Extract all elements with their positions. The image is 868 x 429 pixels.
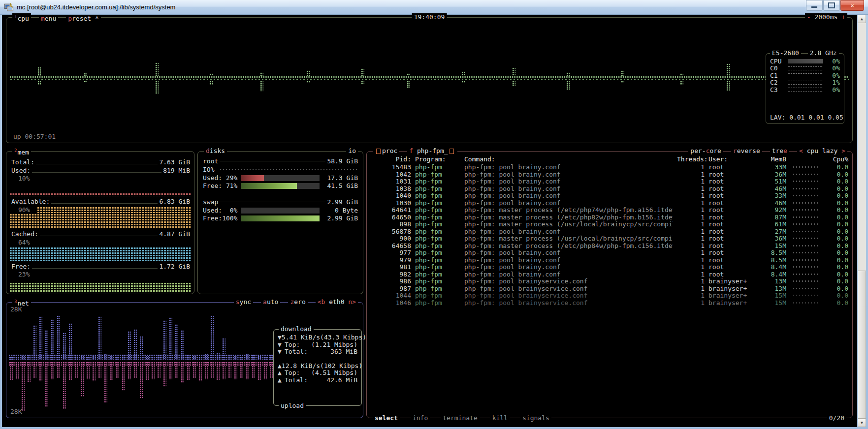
graph-spike bbox=[155, 62, 159, 76]
net-scale-top: 28K bbox=[10, 306, 22, 313]
process-row[interactable]: 898php-fpmphp-fpm: master process (/usr/… bbox=[367, 220, 852, 228]
minimize-button[interactable] bbox=[806, 0, 823, 11]
process-row[interactable]: 979php-fpmphp-fpm: pool brainy.conf1root… bbox=[367, 256, 852, 264]
io-mode-button[interactable]: io bbox=[346, 147, 358, 154]
titlebar[interactable]: mc [root@ub24.itdeveloper.com.ua]:/lib/s… bbox=[0, 0, 868, 15]
process-row[interactable]: 1046php-fpmphp-fpm: pool brainyservice.c… bbox=[367, 299, 852, 306]
graph-spike bbox=[181, 362, 184, 383]
mem-free-graph bbox=[9, 282, 191, 292]
core-usage-graph bbox=[788, 81, 823, 85]
close-button[interactable]: ✕ bbox=[840, 0, 864, 11]
scrollbar-thumb[interactable] bbox=[858, 271, 866, 419]
kill-button[interactable]: kill bbox=[490, 414, 510, 422]
mem-used-row: Used:819 MiB bbox=[11, 167, 190, 175]
graph-spike bbox=[252, 355, 255, 360]
graph-spike bbox=[84, 73, 87, 76]
process-row[interactable]: 1040php-fpmphp-fpm: pool brainy.conf1roo… bbox=[367, 192, 852, 199]
graph-spike bbox=[461, 81, 465, 83]
graph-spike bbox=[680, 81, 683, 85]
load-average: LAV: 0.01 0.01 0.05 bbox=[770, 114, 843, 121]
preset-button[interactable]: preset * bbox=[66, 15, 101, 22]
graph-spike bbox=[234, 362, 237, 379]
graph-spike bbox=[222, 362, 225, 379]
process-row[interactable]: 1038php-fpmphp-fpm: pool brainy.conf1roo… bbox=[367, 185, 852, 192]
graph-spike bbox=[263, 362, 267, 379]
process-row[interactable]: 1042php-fpmphp-fpm: pool brainy.conf1roo… bbox=[367, 171, 852, 178]
graph-spike bbox=[74, 362, 78, 378]
cpu-box-title[interactable]: 1cpu bbox=[12, 13, 31, 22]
cpu-core-row: C10% bbox=[770, 72, 840, 79]
col-threads: Threads: bbox=[677, 155, 705, 163]
per-core-toggle[interactable]: per-core bbox=[688, 147, 723, 154]
graph-spike bbox=[128, 362, 131, 379]
graph-spike bbox=[175, 324, 178, 360]
process-row[interactable]: 1030php-fpmphp-fpm: pool brainy.conf1roo… bbox=[367, 199, 852, 207]
disk-root-used-row: Used: 29% 17.3 GiB bbox=[203, 174, 358, 182]
graph-spike bbox=[181, 330, 184, 360]
mem-cached-row: Cached:4.87 GiB bbox=[11, 230, 190, 238]
graph-spike bbox=[68, 323, 72, 360]
process-row[interactable]: 56878php-fpmphp-fpm: pool brainy.conf1ro… bbox=[367, 228, 852, 235]
col-pid: Pid: bbox=[371, 155, 411, 163]
process-row[interactable]: 900php-fpmphp-fpm: master process (/usr/… bbox=[367, 235, 852, 242]
process-row[interactable]: 15483php-fpmphp-fpm: pool brainy.conf1ro… bbox=[367, 163, 852, 171]
graph-spike bbox=[228, 355, 231, 360]
process-row[interactable]: 982php-fpmphp-fpm: pool brainy.conf1root… bbox=[367, 271, 852, 278]
process-row[interactable]: 64658php-fpmphp-fpm: master process (/et… bbox=[367, 242, 852, 249]
disk-swap-free-row: Free:100% 2.99 GiB bbox=[203, 214, 358, 222]
graph-spike bbox=[306, 70, 310, 76]
cpu-core-row: C00% bbox=[770, 65, 840, 72]
process-row[interactable]: 977php-fpmphp-fpm: pool brainy.conf1root… bbox=[367, 249, 852, 256]
select-button[interactable]: select bbox=[373, 414, 400, 422]
scroll-up-button[interactable]: ▲ bbox=[858, 15, 866, 23]
interval-plus-button[interactable]: + bbox=[841, 13, 845, 21]
graph-spike bbox=[116, 362, 119, 378]
signals-button[interactable]: signals bbox=[520, 414, 551, 422]
proc-filter[interactable]: f php-fpm_ bbox=[407, 147, 457, 154]
process-row[interactable]: 987php-fpmphp-fpm: pool brainyservice.co… bbox=[367, 285, 852, 292]
process-row[interactable]: 64650php-fpmphp-fpm: master process (/et… bbox=[367, 214, 852, 221]
process-row[interactable]: 981php-fpmphp-fpm: pool brainy.conf1root… bbox=[367, 263, 852, 271]
process-row[interactable]: 64641php-fpmphp-fpm: master process (/et… bbox=[367, 206, 852, 214]
graph-spike bbox=[512, 81, 515, 86]
tree-toggle[interactable]: tree bbox=[770, 147, 789, 154]
sort-prev-button[interactable]: < bbox=[799, 147, 803, 154]
process-row[interactable]: 1031php-fpmphp-fpm: pool brainy.conf1roo… bbox=[367, 178, 852, 185]
scrollbar[interactable]: ▲ ▼ bbox=[858, 15, 866, 427]
disk-swap-row: swap2.99 GiB bbox=[203, 198, 358, 206]
graph-spike bbox=[198, 362, 202, 381]
cpu-graph-baseline2 bbox=[9, 78, 849, 81]
graph-spike bbox=[228, 362, 231, 378]
process-row[interactable]: 986php-fpmphp-fpm: pool brainyservice.co… bbox=[367, 277, 852, 285]
filter-clear-icon[interactable] bbox=[450, 149, 454, 154]
disks-box-title[interactable]: disks bbox=[204, 147, 227, 154]
process-row[interactable]: 1044php-fpmphp-fpm: pool brainyservice.c… bbox=[367, 292, 852, 299]
reverse-toggle[interactable]: reverse bbox=[731, 147, 762, 154]
graph-spike bbox=[252, 362, 255, 378]
down-arrow-icon: ▼ bbox=[278, 334, 282, 341]
terminate-button[interactable]: terminate bbox=[441, 414, 479, 422]
info-button[interactable]: info bbox=[411, 414, 430, 422]
col-command: Command: bbox=[464, 155, 673, 163]
menu-button[interactable]: menu bbox=[39, 15, 58, 22]
graph-spike bbox=[187, 355, 190, 360]
graph-spike bbox=[169, 317, 172, 360]
scroll-down-button[interactable]: ▼ bbox=[858, 419, 866, 427]
graph-spike bbox=[110, 356, 113, 360]
sort-current: cpu lazy bbox=[807, 147, 838, 154]
proc-box-title[interactable]: proc bbox=[373, 147, 399, 154]
mem-box-title[interactable]: 2mem bbox=[12, 147, 31, 156]
mem-used-graph bbox=[9, 193, 191, 196]
graph-spike bbox=[74, 355, 78, 360]
sort-next-button[interactable]: > bbox=[841, 147, 845, 154]
maximize-button[interactable] bbox=[823, 0, 840, 11]
graph-spike bbox=[80, 362, 84, 397]
cpu-core-row: C21% bbox=[770, 79, 840, 87]
net-stats-box: download ▼5.41 KiB/s(43.3 Kibps) ▼Top:(1… bbox=[273, 329, 362, 406]
interval-minus-button[interactable]: - bbox=[807, 13, 811, 21]
cpu-model: E5-2680 bbox=[770, 49, 801, 57]
graph-spike bbox=[98, 362, 101, 378]
disk-swap-used-row: Used: 0% 0 Byte bbox=[203, 207, 358, 214]
graph-spike bbox=[39, 362, 42, 381]
graph-spike bbox=[92, 356, 96, 360]
